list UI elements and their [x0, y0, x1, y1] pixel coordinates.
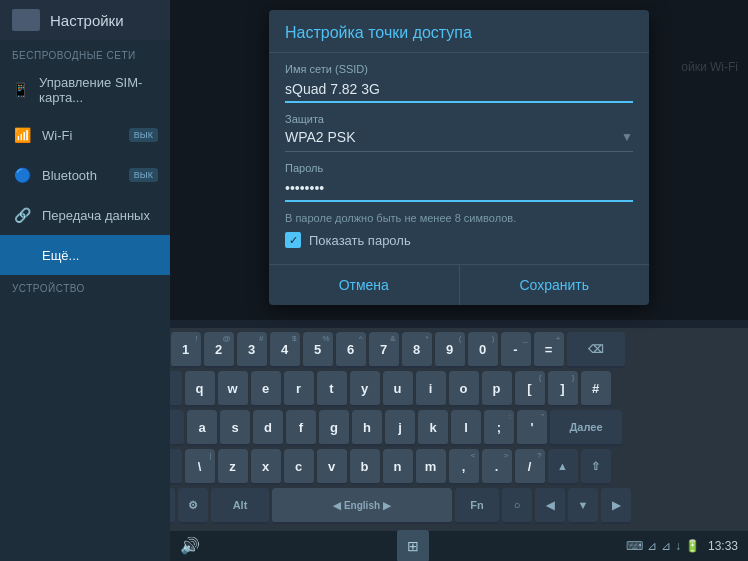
- sidebar: Настройки БЕСПРОВОДНЫЕ СЕТИ 📱 Управление…: [0, 0, 170, 561]
- key-e[interactable]: e: [251, 371, 281, 407]
- settings-icon: [12, 9, 40, 31]
- key-r[interactable]: r: [284, 371, 314, 407]
- sidebar-item-bluetooth[interactable]: 🔵 Bluetooth ВЫК: [0, 155, 170, 195]
- key-h[interactable]: h: [352, 410, 382, 446]
- key-b[interactable]: b: [350, 449, 380, 485]
- key-period[interactable]: .>: [482, 449, 512, 485]
- key-0[interactable]: 0): [468, 332, 498, 368]
- sidebar-item-data[interactable]: 🔗 Передача данных: [0, 195, 170, 235]
- key-slash[interactable]: /?: [515, 449, 545, 485]
- key-9[interactable]: 9(: [435, 332, 465, 368]
- security-select[interactable]: WPA2 PSK ▼: [285, 129, 633, 152]
- center-home-icon[interactable]: ⊞: [397, 530, 429, 561]
- fn-key[interactable]: Fn: [455, 488, 499, 524]
- key-j[interactable]: j: [385, 410, 415, 446]
- key-i[interactable]: i: [416, 371, 446, 407]
- center-nav: ⊞: [200, 530, 626, 561]
- ssid-input[interactable]: [285, 79, 633, 103]
- nav-vol-up-button[interactable]: 🔊: [180, 536, 200, 556]
- sidebar-item-more[interactable]: Ещё...: [0, 235, 170, 275]
- key-semicolon[interactable]: ;:: [484, 410, 514, 446]
- key-6[interactable]: 6^: [336, 332, 366, 368]
- download-icon: ↓: [675, 539, 681, 553]
- backspace-key[interactable]: ⌫: [567, 332, 625, 368]
- key-x[interactable]: x: [251, 449, 281, 485]
- dialog-overlay: Настройка точки доступа Имя сети (SSID) …: [170, 0, 748, 320]
- key-o[interactable]: o: [449, 371, 479, 407]
- key-rbracket[interactable]: ]}: [548, 371, 578, 407]
- ssid-label: Имя сети (SSID): [285, 63, 633, 75]
- key-m[interactable]: m: [416, 449, 446, 485]
- arrow-up-key[interactable]: ▲: [548, 449, 578, 485]
- key-3[interactable]: 3#: [237, 332, 267, 368]
- show-password-row[interactable]: ✓ Показать пароль: [285, 232, 633, 248]
- sidebar-item-sim-label: Управление SIM-карта...: [39, 75, 158, 105]
- key-g[interactable]: g: [319, 410, 349, 446]
- arrow-left-key[interactable]: ◀: [535, 488, 565, 524]
- enter-key[interactable]: Далее: [550, 410, 622, 446]
- key-5[interactable]: 5%: [303, 332, 333, 368]
- key-k[interactable]: k: [418, 410, 448, 446]
- key-w[interactable]: w: [218, 371, 248, 407]
- key-a[interactable]: a: [187, 410, 217, 446]
- status-icons: ⌨ ⊿ ⊿ ↓ 🔋: [626, 539, 700, 553]
- key-p[interactable]: p: [482, 371, 512, 407]
- key-backslash[interactable]: \|: [185, 449, 215, 485]
- key-q[interactable]: q: [185, 371, 215, 407]
- key-d[interactable]: d: [253, 410, 283, 446]
- cancel-button[interactable]: Отмена: [269, 265, 460, 305]
- key-4[interactable]: 4$: [270, 332, 300, 368]
- hotspot-dialog: Настройка точки доступа Имя сети (SSID) …: [269, 10, 649, 305]
- signal-icon-2: ⊿: [661, 539, 671, 553]
- key-c[interactable]: c: [284, 449, 314, 485]
- key-s[interactable]: s: [220, 410, 250, 446]
- sidebar-item-sim[interactable]: 📱 Управление SIM-карта...: [0, 65, 170, 115]
- space-key[interactable]: ◀ English ▶: [272, 488, 452, 524]
- key-f[interactable]: f: [286, 410, 316, 446]
- dialog-body: Имя сети (SSID) Защита WPA2 PSK ▼ Пароль…: [269, 53, 649, 264]
- key-7[interactable]: 7&: [369, 332, 399, 368]
- key-equals[interactable]: =+: [534, 332, 564, 368]
- key-n[interactable]: n: [383, 449, 413, 485]
- key-z[interactable]: z: [218, 449, 248, 485]
- data-icon: 🔗: [12, 205, 32, 225]
- wifi-icon: 📶: [12, 125, 32, 145]
- key-lbracket[interactable]: [{: [515, 371, 545, 407]
- circle-key[interactable]: ○: [502, 488, 532, 524]
- key-minus[interactable]: -_: [501, 332, 531, 368]
- sidebar-title: Настройки: [50, 12, 124, 29]
- dialog-title: Настройка точки доступа: [269, 10, 649, 53]
- password-input[interactable]: [285, 178, 633, 202]
- dialog-buttons: Отмена Сохранить: [269, 264, 649, 305]
- key-2[interactable]: 2@: [204, 332, 234, 368]
- arrow-right-key[interactable]: ▶: [601, 488, 631, 524]
- show-password-checkbox[interactable]: ✓: [285, 232, 301, 248]
- arrow-down-key[interactable]: ▼: [568, 488, 598, 524]
- battery-icon: 🔋: [685, 539, 700, 553]
- sidebar-item-bluetooth-label: Bluetooth: [42, 168, 97, 183]
- key-y[interactable]: y: [350, 371, 380, 407]
- shift-right-key[interactable]: ⇧: [581, 449, 611, 485]
- key-t[interactable]: t: [317, 371, 347, 407]
- key-quote[interactable]: '": [517, 410, 547, 446]
- bluetooth-badge: ВЫК: [129, 168, 158, 182]
- sidebar-header: Настройки: [0, 0, 170, 40]
- sidebar-item-wifi-label: Wi-Fi: [42, 128, 72, 143]
- save-button[interactable]: Сохранить: [460, 265, 650, 305]
- signal-icon-1: ⊿: [647, 539, 657, 553]
- key-8[interactable]: 8*: [402, 332, 432, 368]
- alt-key[interactable]: Alt: [211, 488, 269, 524]
- key-comma[interactable]: ,<: [449, 449, 479, 485]
- show-password-label: Показать пароль: [309, 233, 411, 248]
- more-icon: [12, 245, 32, 265]
- settings-kb-icon[interactable]: ⚙: [178, 488, 208, 524]
- sidebar-item-wifi[interactable]: 📶 Wi-Fi ВЫК: [0, 115, 170, 155]
- key-hash[interactable]: #: [581, 371, 611, 407]
- password-label: Пароль: [285, 162, 633, 174]
- key-l[interactable]: l: [451, 410, 481, 446]
- security-label: Защита: [285, 113, 633, 125]
- key-v[interactable]: v: [317, 449, 347, 485]
- key-1[interactable]: 1!: [171, 332, 201, 368]
- sim-icon: 📱: [12, 80, 29, 100]
- key-u[interactable]: u: [383, 371, 413, 407]
